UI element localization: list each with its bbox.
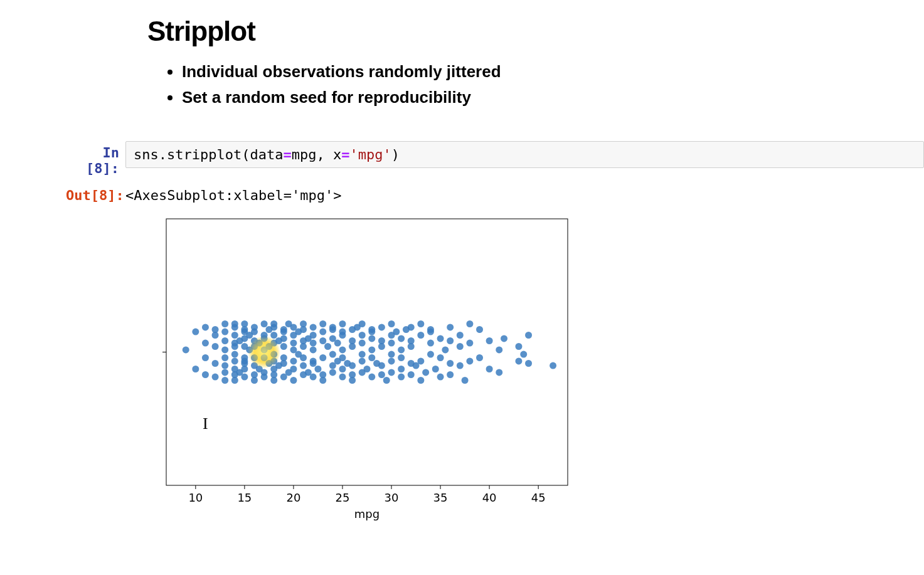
data-point bbox=[462, 377, 469, 384]
data-point bbox=[427, 351, 434, 358]
data-point bbox=[231, 351, 238, 358]
data-point bbox=[378, 324, 385, 330]
data-point bbox=[496, 369, 502, 376]
data-point bbox=[359, 357, 366, 364]
code-text: ) bbox=[391, 147, 400, 162]
data-point bbox=[447, 360, 454, 367]
data-point bbox=[329, 369, 336, 376]
data-point bbox=[349, 343, 356, 350]
data-point bbox=[378, 343, 385, 350]
data-point bbox=[398, 335, 405, 342]
data-point bbox=[270, 320, 277, 327]
data-point bbox=[398, 354, 405, 361]
data-point bbox=[310, 357, 317, 364]
data-point bbox=[359, 320, 366, 327]
data-point bbox=[310, 324, 317, 330]
data-point bbox=[339, 346, 346, 353]
data-point bbox=[525, 360, 532, 367]
data-point bbox=[442, 346, 449, 353]
data-point bbox=[349, 377, 356, 384]
x-tick-label: 30 bbox=[385, 491, 399, 504]
code-op: = bbox=[341, 147, 349, 162]
data-point bbox=[501, 335, 507, 342]
stripplot-chart: 1015202530354045mpgI bbox=[160, 216, 924, 535]
data-point bbox=[417, 332, 424, 339]
highlight-marker bbox=[248, 336, 280, 369]
output-cell-row: Out[8]: <AxesSubplot:xlabel='mpg'> bbox=[66, 184, 924, 203]
data-point bbox=[202, 371, 209, 378]
data-point bbox=[339, 320, 346, 327]
data-point bbox=[241, 366, 248, 372]
x-tick-label: 10 bbox=[188, 491, 203, 504]
data-point bbox=[486, 366, 493, 372]
data-point bbox=[447, 337, 454, 344]
data-point bbox=[398, 346, 405, 353]
data-point bbox=[466, 357, 473, 364]
data-point bbox=[368, 326, 375, 333]
x-tick-label: 45 bbox=[531, 491, 546, 504]
data-point bbox=[221, 362, 228, 369]
data-point bbox=[383, 377, 390, 384]
data-point bbox=[231, 332, 238, 339]
data-point bbox=[339, 366, 346, 372]
data-point bbox=[212, 374, 219, 381]
bullet-item: Individual observations randomly jittere… bbox=[182, 60, 924, 84]
data-point bbox=[251, 377, 258, 384]
data-point bbox=[192, 366, 199, 372]
data-point bbox=[231, 357, 238, 364]
data-point bbox=[300, 320, 307, 327]
data-point bbox=[231, 320, 238, 327]
page-title: Stripplot bbox=[147, 16, 924, 47]
data-point bbox=[280, 343, 287, 350]
data-point bbox=[408, 371, 415, 378]
data-point bbox=[398, 366, 405, 372]
data-point bbox=[241, 320, 248, 327]
data-point bbox=[388, 369, 395, 376]
data-point bbox=[398, 374, 405, 381]
x-tick-label: 40 bbox=[482, 491, 497, 504]
data-point bbox=[231, 343, 238, 350]
data-point bbox=[368, 374, 375, 381]
data-point bbox=[349, 362, 356, 369]
data-point bbox=[319, 377, 326, 384]
data-point bbox=[192, 329, 199, 335]
input-prompt: In [8]: bbox=[66, 141, 125, 176]
data-point bbox=[310, 340, 317, 347]
data-point bbox=[393, 329, 400, 335]
data-point bbox=[202, 340, 209, 347]
data-point bbox=[447, 371, 454, 378]
data-point bbox=[202, 354, 209, 361]
data-point bbox=[437, 374, 444, 381]
data-point bbox=[314, 366, 321, 372]
data-point bbox=[368, 335, 375, 342]
data-point bbox=[520, 351, 527, 358]
bullet-item: Set a random seed for reproducibility bbox=[182, 85, 924, 110]
data-point bbox=[212, 360, 219, 367]
data-point bbox=[525, 332, 532, 339]
x-tick-label: 20 bbox=[286, 491, 300, 504]
data-point bbox=[202, 324, 209, 330]
data-point bbox=[437, 335, 444, 342]
data-point bbox=[270, 377, 277, 384]
data-point bbox=[457, 332, 464, 339]
data-point bbox=[221, 346, 228, 353]
data-point bbox=[408, 324, 415, 330]
data-point bbox=[280, 329, 287, 335]
data-point bbox=[329, 324, 336, 330]
x-tick-label: 25 bbox=[336, 491, 350, 504]
data-point bbox=[241, 374, 248, 381]
data-point bbox=[457, 343, 464, 350]
code-string: 'mpg' bbox=[349, 147, 391, 162]
data-point bbox=[221, 337, 228, 344]
data-point bbox=[329, 351, 336, 358]
data-point bbox=[388, 357, 395, 364]
code-op: = bbox=[283, 147, 291, 162]
code-input[interactable]: sns.stripplot(data=mpg, x='mpg') bbox=[125, 141, 924, 168]
chart-svg: 1015202530354045mpgI bbox=[160, 216, 587, 535]
data-point bbox=[339, 329, 346, 335]
data-point bbox=[417, 357, 424, 364]
data-point bbox=[290, 340, 297, 347]
data-point bbox=[378, 371, 385, 378]
data-point bbox=[261, 320, 268, 327]
data-point bbox=[457, 362, 464, 369]
